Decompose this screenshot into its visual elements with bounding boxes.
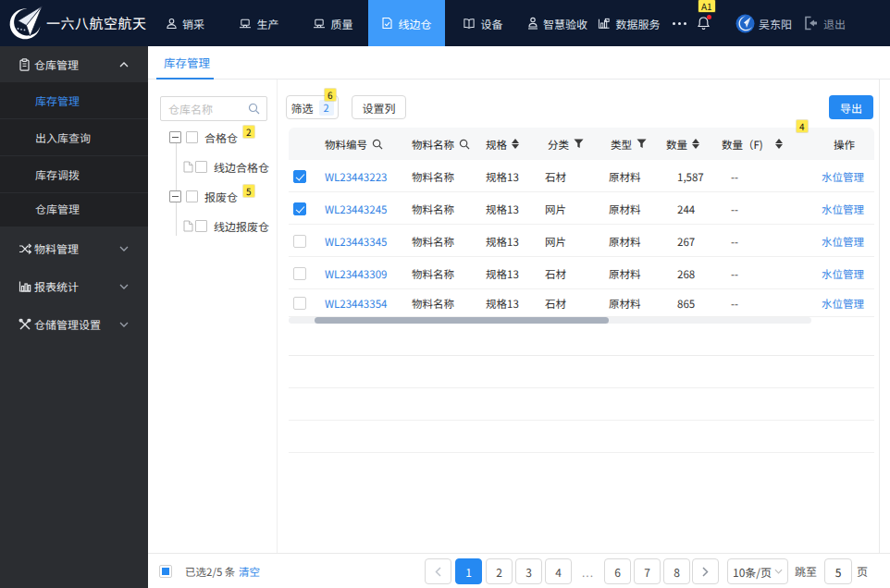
- pagination-page-6[interactable]: 6: [604, 558, 631, 584]
- search-icon[interactable]: [459, 139, 470, 150]
- pagination-page-1[interactable]: 1: [455, 558, 482, 584]
- col-header-label: 物料名称: [412, 137, 454, 152]
- logout-icon: [803, 16, 818, 31]
- row-checkbox[interactable]: [293, 170, 306, 183]
- material-code-link[interactable]: WL23443245: [325, 192, 387, 225]
- nav-item-data-service[interactable]: 数据服务: [597, 0, 661, 46]
- filter-funnel-icon[interactable]: [574, 139, 584, 149]
- table-zone: 筛选2 设置列 导出 物料编号 物料名称 规格: [278, 80, 879, 553]
- table-row: WL23443245 物料名称 规格13 网片 原材料 244 -- 水位管理: [289, 192, 874, 225]
- col-header-spec[interactable]: 规格: [486, 128, 519, 160]
- col-header-qty-f[interactable]: 数量（F): [722, 128, 783, 160]
- table-header: 物料编号 物料名称 规格 分类: [289, 128, 874, 160]
- water-level-link[interactable]: 水位管理: [822, 225, 864, 257]
- nav-item-smart-acceptance[interactable]: 智慧验收: [527, 0, 587, 46]
- column-settings-button[interactable]: 设置列: [352, 95, 406, 119]
- material-code-link[interactable]: WL23443345: [325, 225, 387, 257]
- warehouse-search[interactable]: [160, 96, 267, 121]
- sorter-icon[interactable]: [692, 139, 699, 149]
- sorter-icon[interactable]: [512, 139, 519, 149]
- water-level-link[interactable]: 水位管理: [822, 192, 864, 225]
- cell-qty: 268: [677, 257, 695, 289]
- nav-item-label: 质量: [330, 16, 352, 31]
- sidebar-group-settings[interactable]: 仓储管理设置: [0, 305, 148, 343]
- cell-qty: 1,587: [677, 160, 704, 192]
- dot: [673, 22, 675, 25]
- logout-button[interactable]: 退出: [803, 0, 846, 46]
- pagination-prev-button[interactable]: [425, 558, 451, 584]
- tree-node-line-scrap[interactable]: 线边报废仓: [183, 216, 269, 235]
- material-code-link[interactable]: WL23443309: [325, 257, 387, 289]
- user-menu[interactable]: 吴东阳: [735, 0, 792, 46]
- empty-row-line: [289, 452, 874, 453]
- col-header-type[interactable]: 类型: [611, 128, 647, 160]
- sidebar-group-warehouse[interactable]: 仓库管理: [0, 46, 148, 82]
- sidebar-item-inout-query[interactable]: 出入库查询: [0, 119, 148, 156]
- tree-checkbox[interactable]: [195, 161, 207, 173]
- pagination-page-8[interactable]: 8: [663, 558, 690, 584]
- row-checkbox[interactable]: [293, 297, 306, 310]
- tab-inventory[interactable]: 库存管理: [156, 46, 217, 80]
- chevron-down-icon: [119, 284, 129, 289]
- row-checkbox[interactable]: [293, 267, 306, 280]
- pagination-page-7[interactable]: 7: [634, 558, 661, 584]
- sidebar-item-transfer[interactable]: 库存调拨: [0, 156, 148, 193]
- filter-button-label: 筛选: [290, 100, 313, 116]
- tree-node-scrap[interactable]: 报废仓: [169, 187, 238, 205]
- sidebar-group-material[interactable]: 物料管理: [0, 229, 148, 267]
- nav-item-sales[interactable]: 销采: [165, 0, 205, 46]
- cell-name: 物料名称: [412, 225, 454, 257]
- pagination-page-2[interactable]: 2: [486, 558, 513, 584]
- col-header-code[interactable]: 物料编号: [325, 128, 383, 160]
- cell-type: 原材料: [609, 192, 641, 225]
- tree-node-line-qualified[interactable]: 线边合格仓: [183, 157, 269, 176]
- col-header-name[interactable]: 物料名称: [412, 128, 470, 160]
- sidebar-item-warehouse[interactable]: 仓库管理: [0, 193, 148, 227]
- jump-to-input[interactable]: [824, 558, 852, 584]
- sidebar-item-inventory[interactable]: 库存管理: [0, 82, 148, 119]
- search-icon: [248, 103, 260, 115]
- clear-selection-link[interactable]: 清空: [239, 554, 260, 588]
- pagination-page-3[interactable]: 3: [515, 558, 542, 584]
- cell-spec: 规格13: [486, 257, 519, 289]
- tree-checkbox[interactable]: [195, 220, 207, 232]
- nav-item-label: 设备: [480, 16, 502, 31]
- water-level-link[interactable]: 水位管理: [822, 289, 864, 317]
- pagination-next-button[interactable]: [692, 558, 719, 584]
- more-menu-icon[interactable]: [673, 0, 686, 46]
- tree-collapse-icon[interactable]: [169, 190, 181, 202]
- tree-checkbox[interactable]: [186, 131, 198, 143]
- cell-category: 网片: [545, 225, 566, 257]
- col-header-label: 类型: [611, 137, 632, 152]
- nav-item-quality[interactable]: 质量: [313, 0, 353, 46]
- sidebar-group-report[interactable]: 报表统计: [0, 267, 148, 305]
- page-size-select[interactable]: 10条/页: [727, 558, 788, 584]
- tree-collapse-icon[interactable]: [169, 131, 181, 143]
- nav-item-production[interactable]: 生产: [239, 0, 279, 46]
- nav-item-line-warehouse[interactable]: 线边仓: [368, 0, 445, 46]
- material-code-link[interactable]: WL23443354: [325, 289, 387, 317]
- horizontal-scrollbar[interactable]: [289, 317, 811, 324]
- water-level-link[interactable]: 水位管理: [822, 160, 864, 192]
- pagination-ellipsis[interactable]: ...: [575, 558, 601, 584]
- material-code-link[interactable]: WL23443223: [325, 160, 387, 192]
- file-icon: [183, 161, 193, 173]
- col-header-qty[interactable]: 数量: [666, 128, 699, 160]
- filter-funnel-icon[interactable]: [637, 139, 647, 149]
- water-level-link[interactable]: 水位管理: [822, 257, 864, 289]
- col-header-category[interactable]: 分类: [548, 128, 584, 160]
- row-checkbox[interactable]: [293, 235, 306, 248]
- scrollbar-thumb[interactable]: [315, 317, 609, 324]
- warehouse-search-input[interactable]: [168, 101, 248, 116]
- tree-checkbox[interactable]: [186, 190, 198, 202]
- export-button[interactable]: 导出: [829, 95, 873, 119]
- tree-node-qualified[interactable]: 合格仓: [169, 128, 238, 146]
- sorter-icon[interactable]: [775, 139, 783, 149]
- nav-item-equipment[interactable]: 设备: [463, 0, 503, 46]
- select-all-checkbox[interactable]: [159, 565, 172, 578]
- cell-spec: 规格13: [486, 289, 519, 317]
- pagination-page-4[interactable]: 4: [545, 558, 572, 584]
- row-checkbox[interactable]: [293, 202, 306, 215]
- table-row: WL23443354 物料名称 规格13 石材 原材料 865 -- 水位管理: [289, 289, 874, 317]
- search-icon[interactable]: [372, 139, 383, 150]
